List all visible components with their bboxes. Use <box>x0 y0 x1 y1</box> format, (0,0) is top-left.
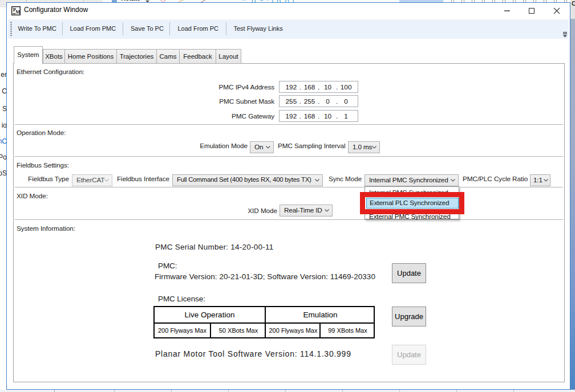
svg-text:M: M <box>15 9 20 15</box>
